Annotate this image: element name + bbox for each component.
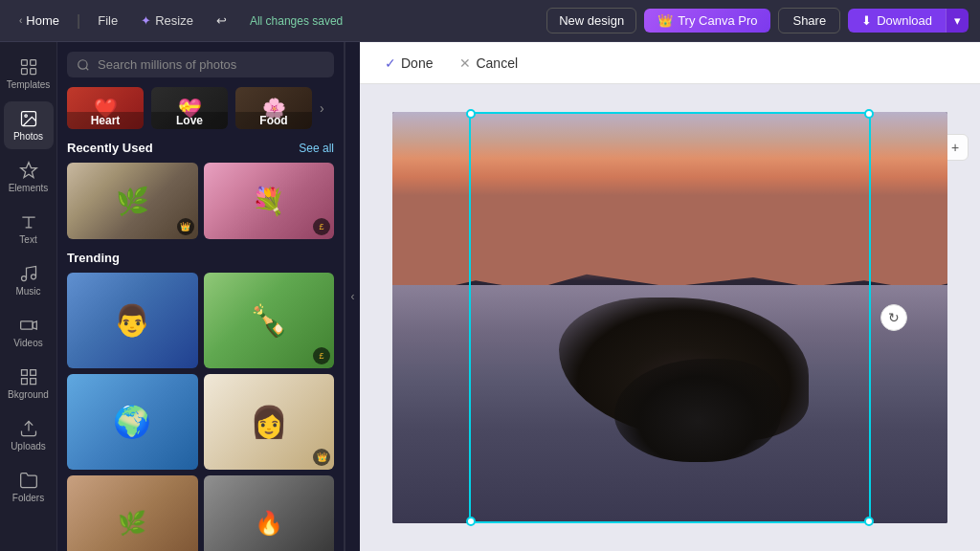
love-chip-label: Love [151,112,228,129]
trending-4-badge: 👑 [313,449,330,466]
categories-scroll-right-icon[interactable]: › [320,100,324,116]
background-icon [19,367,38,386]
cancel-button[interactable]: ✕ Cancel [450,51,527,76]
add-icon: + [951,140,959,155]
category-love[interactable]: 💝 Love [151,87,228,129]
music-label: Music [15,286,40,297]
recently-used-grid: 🌿 👑 💐 £ [67,163,334,239]
chevron-down-icon: ▾ [954,13,961,28]
trending-5-img: 🌿 [67,475,198,551]
svg-rect-9 [20,321,33,329]
nav-right-actions: New design 👑 Try Canva Pro Share ⬇ Downl… [546,8,969,33]
search-input[interactable] [98,57,324,72]
save-status: All changes saved [250,14,539,28]
trending-header: Trending [67,251,334,265]
text-icon [19,212,38,231]
trending-photo-6[interactable]: 🔥 [204,475,335,551]
svg-point-5 [24,115,26,118]
selected-image-frame[interactable]: ↻ [469,112,871,523]
svg-rect-3 [30,69,35,75]
svg-rect-1 [30,60,35,66]
design-canvas: ↻ [392,112,947,523]
rotate-handle[interactable]: ↻ [880,304,907,331]
photos-label: Photos [13,131,43,142]
uploads-label: Uploads [11,441,46,452]
music-icon [19,264,38,283]
recent-photo-1-badge: 👑 [177,218,194,235]
sidebar-item-uploads[interactable]: Uploads [4,411,54,459]
trending-photo-1[interactable]: 👨 [67,273,198,368]
crown-badge-icon: 👑 [180,222,190,231]
recently-used-header: Recently Used See all [67,141,334,155]
trending-photo-2[interactable]: 🍾 £ [204,273,335,368]
sidebar-item-photos[interactable]: Photos [4,101,54,149]
sidebar-item-elements[interactable]: Elements [4,153,54,201]
trending-6-img: 🔥 [204,475,335,551]
recent-photo-2[interactable]: 💐 £ [204,163,335,239]
top-navigation: ‹ Home | File ✦ Resize ↩ All changes sav… [0,0,980,42]
sidebar-item-music[interactable]: Music [4,256,54,304]
category-food[interactable]: 🌸 Food [235,87,312,129]
text-label: Text [19,234,36,245]
trending-photo-5[interactable]: 🌿 [67,475,198,551]
recent-photo-1[interactable]: 🌿 👑 [67,163,198,239]
x-icon: ✕ [459,55,471,71]
sidebar-item-videos[interactable]: Videos [4,308,54,356]
try-pro-button[interactable]: 👑 Try Canva Pro [644,9,770,33]
recently-used-see-all[interactable]: See all [299,142,334,155]
resize-star-icon: ✦ [141,13,151,28]
crown-trending-icon: 👑 [317,452,327,462]
new-design-button[interactable]: New design [546,8,636,33]
templates-label: Templates [7,79,51,90]
left-panel: ❤️ Heart 💝 Love 🌸 Food › Recently Used S… [57,42,345,551]
category-row: ❤️ Heart 💝 Love 🌸 Food › [67,87,334,129]
resize-label: Resize [155,13,193,28]
trending-photo-4[interactable]: 👩 👑 [204,374,335,470]
canvas-toolbar: ✓ Done ✕ Cancel [360,42,980,84]
uploads-icon [19,419,38,438]
templates-icon [19,57,38,77]
home-label: Home [26,13,59,28]
pro-crown-icon: 👑 [657,13,673,28]
sidebar-item-templates[interactable]: Templates [4,50,54,98]
category-heart[interactable]: ❤️ Heart [67,87,144,129]
trending-1-img: 👨 [67,273,198,368]
download-button-group: ⬇ Download ▾ [848,9,969,33]
svg-point-11 [78,59,87,68]
download-dropdown-button[interactable]: ▾ [946,9,969,33]
corner-handle-bottom-right[interactable] [864,517,874,526]
photos-icon [19,109,38,128]
pound-badge-icon: £ [319,222,323,231]
recent-photo-2-badge: £ [313,218,330,235]
canvas-workspace: ⬜ ⧉ + [360,84,980,551]
svg-point-7 [21,276,26,281]
hide-panel-button[interactable]: ‹ [345,42,360,551]
trending-2-badge: £ [313,347,330,364]
hide-panel-icon: ‹ [351,290,355,303]
sidebar-item-folders[interactable]: Folders [4,463,54,511]
sidebar-item-background[interactable]: Bkground [4,360,54,408]
home-button[interactable]: ‹ Home [11,10,67,32]
videos-label: Videos [13,338,42,348]
main-layout: Templates Photos Elements Text [0,42,980,551]
food-chip-label: Food [235,112,312,129]
background-label: Bkground [8,389,49,400]
trending-title: Trending [67,251,120,265]
undo-button[interactable]: ↩ [209,10,234,32]
trending-grid: 👨 🍾 £ 🌍 👩 👑 [67,273,334,470]
corner-handle-bottom-left[interactable] [466,517,476,526]
videos-icon [19,316,38,335]
recently-used-title: Recently Used [67,141,153,155]
resize-button[interactable]: ✦ Resize [133,10,201,32]
share-button[interactable]: Share [778,8,840,33]
rotate-icon: ↻ [888,310,900,325]
file-button[interactable]: File [90,10,125,32]
trending-photo-3[interactable]: 🌍 [67,374,198,470]
done-button[interactable]: ✓ Done [375,51,442,76]
trending-3-img: 🌍 [67,374,198,470]
download-button[interactable]: ⬇ Download [848,9,946,33]
corner-handle-top-right[interactable] [864,109,874,119]
search-bar[interactable] [67,52,334,77]
corner-handle-top-left[interactable] [466,109,476,119]
sidebar-item-text[interactable]: Text [4,205,54,253]
